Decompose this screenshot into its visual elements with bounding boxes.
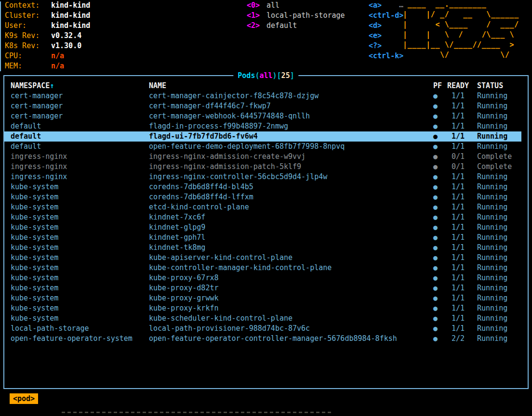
title-count: 25: [281, 71, 290, 80]
pod-row[interactable]: kube-systemkube-proxy-grwwk●1/1Running: [4, 293, 521, 303]
pod-row[interactable]: cert-managercert-manager-webhook-6445774…: [4, 111, 521, 121]
cluster-info-row: MEM:n/a: [5, 61, 90, 71]
pod-name: etcd-kind-control-plane: [149, 202, 433, 212]
pod-status: Running: [477, 263, 519, 273]
hotkey: <e>: [369, 31, 382, 40]
pod-row[interactable]: kube-systemkindnet-tk8mg●1/1Running: [4, 243, 521, 253]
pod-row[interactable]: cert-managercert-manager-df44f46c7-fkwp7…: [4, 101, 521, 111]
pods-table-title: Pods(all)[25]: [233, 71, 298, 80]
pod-namespace: kube-system: [4, 192, 149, 202]
pf-indicator-icon: ●: [433, 202, 447, 212]
pod-ready-value: 1/1: [447, 121, 465, 131]
pod-name: cert-manager-df44f46c7-fkwp7: [149, 101, 433, 111]
pod-namespace: open-feature-operator-system: [4, 334, 149, 344]
breadcrumb-pod[interactable]: <pod>: [10, 393, 38, 404]
pf-indicator-icon: ●: [433, 91, 447, 101]
pod-row[interactable]: kube-systemcoredns-7db6d8ff4d-bl4b5●1/1R…: [4, 182, 521, 192]
pod-ready: 1/1: [447, 324, 477, 334]
pod-namespace: cert-manager: [4, 101, 149, 111]
info-label: Cluster:: [5, 11, 51, 21]
pf-indicator-icon: ●: [433, 334, 447, 344]
column-header-namespace[interactable]: NAMESPACE↑: [4, 81, 149, 91]
pod-name: cert-manager-cainjector-f8c54c878-dzjgw: [149, 91, 433, 101]
pod-name: ingress-nginx-admission-create-w9vvj: [149, 152, 433, 162]
pod-ready: 1/1: [447, 303, 477, 313]
pod-name: kindnet-glpg9: [149, 222, 433, 233]
pod-status: Running: [477, 324, 519, 334]
namespace-menu-item[interactable]: <2>default: [247, 21, 345, 31]
cluster-info-row: K8s Rev:v1.30.0: [5, 41, 90, 51]
pod-ready-value: 1/1: [447, 303, 465, 313]
pod-row[interactable]: kube-systemkube-controller-manager-kind-…: [4, 263, 521, 273]
pod-row[interactable]: local-path-storagelocal-path-provisioner…: [4, 324, 521, 334]
cluster-info-row: Context:kind-kind: [5, 0, 90, 11]
action-menu-item[interactable]: <ctrl-k>: [369, 51, 403, 61]
pod-name: kube-scheduler-kind-control-plane: [149, 313, 433, 324]
action-menu-item[interactable]: <d>: [369, 21, 403, 31]
pod-row[interactable]: open-feature-operator-systemopen-feature…: [4, 334, 521, 344]
pf-indicator-icon: ●: [433, 293, 447, 303]
pod-row[interactable]: kube-systemkube-scheduler-kind-control-p…: [4, 313, 521, 324]
pod-status: Running: [477, 273, 519, 283]
pod-row[interactable]: kube-systemkindnet-glpg9●1/1Running: [4, 222, 521, 233]
pf-indicator-icon: ●: [433, 313, 447, 324]
action-menu-item[interactable]: <a>: [369, 0, 403, 11]
pod-row[interactable]: defaultopen-feature-demo-deployment-68fb…: [4, 142, 521, 152]
pod-ready-value: 1/1: [447, 283, 465, 293]
pod-row[interactable]: defaultflagd-in-process-f99b48897-2nmwg●…: [4, 121, 521, 131]
pf-indicator-icon: ●: [433, 222, 447, 233]
table-header-row: NAMESPACE↑NAMEPFREADYSTATUS: [4, 81, 521, 91]
pod-row[interactable]: ingress-nginxingress-nginx-controller-56…: [4, 172, 521, 182]
action-menu-item[interactable]: <ctrl-d>: [369, 11, 403, 21]
pod-row[interactable]: kube-systemkube-apiserver-kind-control-p…: [4, 253, 521, 263]
cluster-info: Context:kind-kindCluster:kind-kindUser:k…: [5, 0, 90, 71]
pod-name: kube-proxy-d82tr: [149, 283, 433, 293]
pod-row[interactable]: kube-systemkube-proxy-67rx8●1/1Running: [4, 273, 521, 283]
pod-namespace: default: [4, 131, 149, 142]
pod-ready: 1/1: [447, 101, 477, 111]
info-value: n/a: [51, 52, 64, 60]
pod-namespace: kube-system: [4, 222, 149, 233]
pod-ready: 1/1: [447, 121, 477, 131]
table-body: cert-managercert-manager-cainjector-f8c5…: [4, 91, 521, 344]
pod-row[interactable]: kube-systemkube-proxy-krkfn●1/1Running: [4, 303, 521, 313]
action-menu-item[interactable]: <?>: [369, 41, 403, 51]
pod-namespace: kube-system: [4, 212, 149, 222]
pod-row[interactable]: kube-systemkindnet-gph7l●1/1Running: [4, 233, 521, 243]
info-value: kind-kind: [51, 21, 90, 30]
column-header-name: NAME: [149, 81, 433, 91]
pod-row[interactable]: kube-systemcoredns-7db6d8ff4d-lffxm●1/1R…: [4, 192, 521, 202]
pod-ready: 2/2: [447, 334, 477, 344]
pod-name: flagd-ui-7fb7fd7bd6-fv6w4: [149, 131, 433, 142]
pod-ready-value: 1/1: [447, 172, 465, 182]
pod-name: open-feature-operator-controller-manager…: [149, 334, 433, 344]
pod-status: Running: [477, 202, 519, 212]
pod-ready: 1/1: [447, 202, 477, 212]
clipped-bottom-text: [62, 412, 332, 413]
pod-row[interactable]: cert-managercert-manager-cainjector-f8c5…: [4, 91, 521, 101]
pod-row[interactable]: kube-systemkindnet-7xc6f●1/1Running: [4, 212, 521, 222]
pod-namespace: ingress-nginx: [4, 152, 149, 162]
pod-name: kindnet-7xc6f: [149, 212, 433, 222]
pod-ready: 1/1: [447, 253, 477, 263]
hotkey-label: local-path-storage: [266, 11, 345, 20]
pod-row[interactable]: ingress-nginxingress-nginx-admission-pat…: [4, 162, 521, 172]
pod-ready-value: 1/1: [447, 212, 465, 222]
pod-row[interactable]: kube-systemetcd-kind-control-plane●1/1Ru…: [4, 202, 521, 212]
pod-row[interactable]: kube-systemkube-proxy-d82tr●1/1Running: [4, 283, 521, 293]
pod-row[interactable]: defaultflagd-ui-7fb7fd7bd6-fv6w4●1/1Runn…: [4, 131, 521, 142]
action-menu-item[interactable]: <e>: [369, 31, 403, 41]
cluster-info-row: Cluster:kind-kind: [5, 11, 90, 21]
pod-status: Running: [477, 121, 519, 131]
pf-indicator-icon: ●: [433, 273, 447, 283]
pod-namespace: kube-system: [4, 273, 149, 283]
pod-row[interactable]: ingress-nginxingress-nginx-admission-cre…: [4, 152, 521, 162]
namespace-menu-item[interactable]: <1>local-path-storage: [247, 11, 345, 21]
pf-indicator-icon: ●: [433, 212, 447, 222]
pod-name: coredns-7db6d8ff4d-lffxm: [149, 192, 433, 202]
pod-namespace: kube-system: [4, 293, 149, 303]
cluster-info-row: User:kind-kind: [5, 21, 90, 31]
pod-ready: 1/1: [447, 192, 477, 202]
namespace-menu-item[interactable]: <0>all: [247, 0, 345, 11]
pf-indicator-icon: ●: [433, 263, 447, 273]
